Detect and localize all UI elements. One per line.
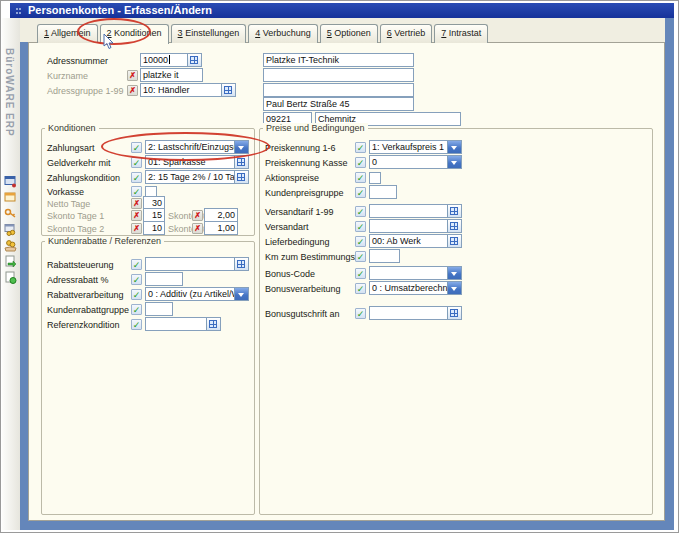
frame-left xyxy=(20,42,28,530)
rabattsteuerung-input[interactable] xyxy=(145,257,249,271)
lookup-icon[interactable] xyxy=(447,205,461,217)
tab-optionen[interactable]: 5 Optionen xyxy=(320,24,378,43)
km-input[interactable] xyxy=(369,249,400,263)
tab-vertrieb[interactable]: 6 Vertrieb xyxy=(380,24,433,43)
zahlungsart-select[interactable]: 2: Lastschrift/Einzugserm xyxy=(145,140,249,154)
skonto-pct-2-input[interactable]: 1,00 xyxy=(204,221,238,235)
label-bonusverarbeitung: Bonusverarbeitung xyxy=(265,284,341,295)
label-km: Km zum Bestimmungsort xyxy=(265,252,366,263)
skonto-tage-2-input[interactable]: 10 xyxy=(143,221,165,235)
lookup-icon[interactable] xyxy=(206,318,220,330)
preiskennung-select[interactable]: 1: Verkaufspreis 1 xyxy=(369,140,462,154)
editable-check-icon: ✓ xyxy=(355,172,366,183)
bonusverarbeitung-select[interactable]: 0 : Umsatzberechnung Adr xyxy=(369,281,462,295)
app-window: Personenkonten - Erfassen/Ändern BüroWAR… xyxy=(0,0,679,533)
zahlungskondition-input[interactable]: 2: 15 Tage 2% / 10 Tag xyxy=(145,170,249,184)
skonto-tage-1-value: 15 xyxy=(152,210,162,220)
lookup-icon[interactable] xyxy=(221,84,235,96)
name3-input[interactable] xyxy=(263,83,414,97)
editable-check-icon: ✓ xyxy=(131,142,142,153)
cash-window-icon[interactable] xyxy=(4,223,17,236)
versandtarif-input[interactable] xyxy=(369,204,462,218)
chevron-down-icon[interactable] xyxy=(234,141,248,153)
lookup-icon[interactable] xyxy=(187,54,201,66)
label-adressrabatt: Adressrabatt % xyxy=(47,275,109,286)
confirm-page-icon[interactable] xyxy=(4,271,17,284)
payments-icon[interactable] xyxy=(4,239,17,252)
key-icon[interactable] xyxy=(4,207,17,220)
bonusgutschrift-input[interactable] xyxy=(369,306,462,320)
window-title: Personenkonten - Erfassen/Ändern xyxy=(28,4,212,16)
name1-value: Platzke IT-Technik xyxy=(266,55,339,65)
label-kundenpreisgruppe: Kundenpreisgruppe xyxy=(265,188,344,199)
lookup-icon[interactable] xyxy=(447,235,461,247)
skonto-pct-1-input[interactable]: 2,00 xyxy=(204,208,238,222)
rabattverarbeitung-select[interactable]: 0 : Additiv (zu Artikel/WGR xyxy=(145,287,249,301)
label-bonus-code: Bonus-Code xyxy=(265,269,315,280)
tab-allgemein[interactable]: 1 Allgemein xyxy=(37,24,98,43)
tab-verbuchung[interactable]: 4 Verbuchung xyxy=(248,24,318,43)
netto-tage-value: 30 xyxy=(152,198,162,208)
chevron-down-icon[interactable] xyxy=(447,156,461,168)
label-lieferbedingung: Lieferbedingung xyxy=(265,237,330,248)
tab-einstellungen[interactable]: 3 Einstellungen xyxy=(171,24,247,43)
text-caret xyxy=(169,55,170,64)
editable-check-icon: ✓ xyxy=(131,274,142,285)
skonto-tage-1-input[interactable]: 15 xyxy=(143,208,165,222)
groupbox-preise xyxy=(259,128,653,515)
tab-intrastat[interactable]: 7 Intrastat xyxy=(434,24,488,43)
editable-check-icon: ✓ xyxy=(355,221,366,232)
chevron-down-icon[interactable] xyxy=(447,267,461,279)
adressgruppe-select[interactable]: 10: Händler xyxy=(140,83,236,97)
editable-check-icon: ✓ xyxy=(355,251,366,262)
referenzkondition-input[interactable] xyxy=(145,317,221,331)
editable-check-icon: ✓ xyxy=(355,308,366,319)
editable-check-icon: ✓ xyxy=(355,187,366,198)
frame-bottom xyxy=(20,521,674,530)
lookup-icon[interactable] xyxy=(234,156,248,168)
form-icon[interactable] xyxy=(4,191,17,204)
name2-input[interactable] xyxy=(263,68,414,82)
versandart-input[interactable] xyxy=(369,219,462,233)
lookup-icon[interactable] xyxy=(447,307,461,319)
chevron-down-icon[interactable] xyxy=(447,282,461,294)
strasse-input[interactable]: Paul Bertz Straße 45 xyxy=(263,97,414,111)
label-skonto-tage-1: Skonto Tage 1 xyxy=(47,211,104,222)
editable-check-icon: ✓ xyxy=(355,236,366,247)
lieferbedingung-input[interactable]: 00: Ab Werk xyxy=(369,234,462,248)
label-zahlungskondition: Zahlungskondition xyxy=(47,173,120,184)
locked-x-icon: ✗ xyxy=(127,85,138,96)
lookup-icon[interactable] xyxy=(234,171,248,183)
label-aktionspreise: Aktionspreise xyxy=(265,173,319,184)
adressnummer-input[interactable]: 10000 xyxy=(140,53,202,67)
export-page-icon[interactable] xyxy=(4,255,17,268)
app-sidebar: BüroWARE ERP xyxy=(2,18,20,530)
window-titlebar: Personenkonten - Erfassen/Ändern xyxy=(10,3,674,18)
kundenpreisgruppe-input[interactable] xyxy=(369,185,397,199)
aktionspreise-checkbox[interactable] xyxy=(369,172,381,184)
name1-input[interactable]: Platzke IT-Technik xyxy=(263,53,414,67)
label-rabattsteuerung: Rabattsteuerung xyxy=(47,260,114,271)
skonto-tage-2-value: 10 xyxy=(152,223,162,233)
mouse-cursor-icon xyxy=(102,34,114,50)
adressrabatt-input[interactable] xyxy=(145,272,183,286)
chevron-down-icon[interactable] xyxy=(447,141,461,153)
chevron-down-icon[interactable] xyxy=(234,288,248,300)
label-referenzkondition: Referenzkondition xyxy=(47,320,120,331)
frame-right xyxy=(665,18,674,530)
sidebar-toolbar xyxy=(4,175,17,284)
groupbox-preise-title: Preise und Bedingungen xyxy=(263,123,368,133)
adressgruppe-value: 10: Händler xyxy=(143,85,190,95)
kurzname-input[interactable]: platzke it xyxy=(140,68,203,82)
preiskennung-kasse-select[interactable]: 0 xyxy=(369,155,462,169)
label-versandtarif: Versandtarif 1-99 xyxy=(265,207,334,218)
kundenrabattgruppe-input[interactable] xyxy=(145,302,173,316)
editable-check-icon: ✓ xyxy=(131,172,142,183)
lookup-icon[interactable] xyxy=(234,258,248,270)
lookup-icon[interactable] xyxy=(447,220,461,232)
preiskennung-kasse-value: 0 xyxy=(372,157,377,167)
geldverkehr-input[interactable]: 01: Sparkasse xyxy=(145,155,249,169)
grip-icon xyxy=(16,8,18,10)
bonus-code-select[interactable] xyxy=(369,266,462,280)
accounts-icon[interactable] xyxy=(4,175,17,188)
